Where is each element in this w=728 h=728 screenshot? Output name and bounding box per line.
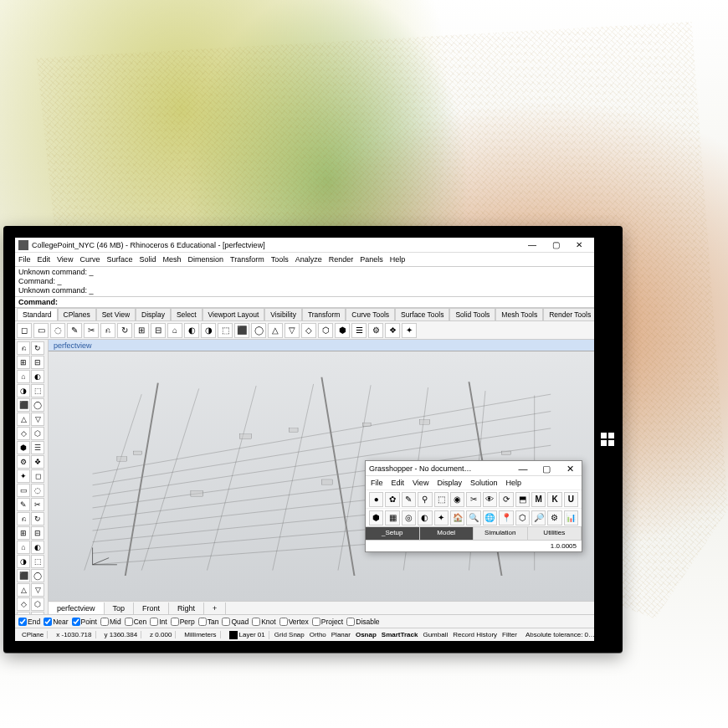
gh-menu-display[interactable]: Display	[437, 479, 462, 487]
tab-visibility[interactable]: Visibility	[264, 308, 302, 320]
toolbar-icon[interactable]: ⊞	[134, 323, 149, 338]
gh-icon[interactable]: 🔎	[531, 510, 546, 525]
gh-icon[interactable]: ✂	[466, 492, 480, 507]
palette-icon[interactable]: ◐	[31, 541, 44, 554]
tab-render-tools[interactable]: Render Tools	[543, 308, 594, 320]
status-toggle-planar[interactable]: Planar	[331, 631, 351, 638]
gh-close-button[interactable]: ✕	[558, 461, 582, 476]
grasshopper-titlebar[interactable]: Grasshopper - No document… — ▢ ✕	[366, 461, 582, 476]
gh-icon[interactable]: ⬒	[515, 492, 530, 507]
view-tab-right[interactable]: Right	[169, 602, 204, 614]
osnap-checkbox-perp[interactable]	[171, 618, 179, 626]
osnap-end[interactable]: End	[18, 618, 40, 626]
toolbar-icon[interactable]: ⬚	[218, 323, 233, 338]
palette-icon[interactable]: ⬢	[17, 441, 30, 454]
grasshopper-window[interactable]: Grasshopper - No document… — ▢ ✕ FileEdi…	[365, 460, 582, 552]
osnap-checkbox-knot[interactable]	[252, 618, 260, 626]
menu-edit[interactable]: Edit	[38, 255, 51, 264]
menu-analyze[interactable]: Analyze	[295, 255, 322, 264]
gh-icon[interactable]: ◎	[402, 510, 416, 525]
toolbar-icon[interactable]: ◐	[184, 323, 199, 338]
gh-menu-view[interactable]: View	[413, 479, 428, 487]
toolbar-icon[interactable]: ◑	[201, 323, 216, 338]
gh-minimize-button[interactable]: —	[511, 461, 535, 476]
osnap-checkbox-cen[interactable]	[125, 618, 133, 626]
osnap-near[interactable]: Near	[44, 618, 68, 626]
palette-icon[interactable]: ⎌	[17, 512, 30, 525]
palette-icon[interactable]: ⎌	[17, 341, 30, 355]
close-button[interactable]: ✕	[567, 238, 591, 252]
view-tab-+[interactable]: +	[204, 602, 226, 614]
gh-icon[interactable]: ⟳	[499, 492, 513, 507]
palette-icon[interactable]: ◇	[17, 597, 30, 611]
palette-icon[interactable]: ⌂	[17, 541, 30, 554]
osnap-checkbox-near[interactable]	[44, 618, 52, 626]
palette-icon[interactable]: ⊞	[17, 526, 30, 540]
gh-icon[interactable]: ⬢	[369, 510, 383, 525]
toolbar-icon[interactable]: △	[268, 323, 283, 338]
tab-viewport-layout[interactable]: Viewport Layout	[203, 308, 265, 320]
menu-file[interactable]: File	[18, 255, 31, 264]
viewport-canvas[interactable]: Grasshopper - No document… — ▢ ✕ FileEdi…	[49, 351, 594, 601]
toolbar-icon[interactable]: ☰	[351, 323, 367, 338]
palette-icon[interactable]: ⬛	[17, 398, 30, 412]
osnap-knot[interactable]: Knot	[252, 618, 276, 626]
view-tab-front[interactable]: Front	[134, 602, 169, 614]
osnap-disable[interactable]: Disable	[346, 618, 379, 626]
gh-cat-setup[interactable]: _Setup	[366, 527, 420, 540]
toolbar-icon[interactable]: ▭	[33, 323, 49, 338]
menu-dimension[interactable]: Dimension	[187, 255, 223, 264]
palette-icon[interactable]: ◇	[17, 427, 30, 440]
tab-transform[interactable]: Transform	[302, 308, 346, 320]
status-toggle-ortho[interactable]: Ortho	[310, 631, 326, 638]
menu-mesh[interactable]: Mesh	[162, 255, 181, 264]
tab-cplanes[interactable]: CPlanes	[58, 308, 96, 320]
status-toggle-gumball[interactable]: Gumball	[423, 631, 448, 638]
palette-icon[interactable]: ◌	[31, 484, 44, 497]
palette-icon[interactable]: ◐	[31, 370, 44, 383]
status-layer[interactable]: Layer 01	[226, 631, 269, 639]
status-toggle-grid-snap[interactable]: Grid Snap	[274, 631, 305, 638]
palette-icon[interactable]: ⬛	[17, 569, 30, 582]
osnap-checkbox-tan[interactable]	[198, 618, 207, 626]
toolbar-icon[interactable]: ⚙	[368, 323, 383, 338]
osnap-cen[interactable]: Cen	[125, 618, 147, 626]
menu-help[interactable]: Help	[390, 255, 406, 264]
gh-letter-m[interactable]: M	[531, 492, 546, 507]
toolbar-icon[interactable]: ✎	[67, 323, 82, 338]
palette-icon[interactable]: ⊟	[31, 356, 44, 369]
menu-solid[interactable]: Solid	[139, 255, 156, 264]
palette-icon[interactable]: ▽	[31, 413, 44, 426]
gh-menu-solution[interactable]: Solution	[470, 479, 498, 487]
toolbar-icon[interactable]: ◌	[50, 323, 65, 338]
palette-icon[interactable]: ▽	[31, 583, 44, 597]
tab-surface-tools[interactable]: Surface Tools	[395, 308, 449, 320]
gh-icon[interactable]: ⚲	[418, 492, 432, 507]
tab-display[interactable]: Display	[136, 308, 171, 320]
status-toggle-record-history[interactable]: Record History	[453, 631, 497, 638]
gh-icon[interactable]: ⚙	[547, 510, 561, 525]
tab-select[interactable]: Select	[171, 308, 203, 320]
status-toggle-osnap[interactable]: Osnap	[356, 631, 377, 638]
gh-icon[interactable]: ◉	[450, 492, 464, 507]
menu-curve[interactable]: Curve	[79, 255, 100, 264]
view-tab-perfectview[interactable]: perfectview	[49, 602, 105, 614]
toolbar-icon[interactable]: ❖	[385, 323, 400, 338]
tab-set-view[interactable]: Set View	[96, 308, 136, 320]
palette-icon[interactable]: △	[17, 583, 30, 597]
palette-icon[interactable]: ↻	[31, 512, 44, 525]
minimize-button[interactable]: —	[520, 238, 544, 252]
status-units[interactable]: Millimeters	[181, 631, 220, 638]
palette-icon[interactable]: ⌂	[17, 370, 30, 383]
toolbar-icon[interactable]: ◯	[251, 323, 266, 338]
palette-icon[interactable]: ✦	[17, 469, 30, 483]
palette-icon[interactable]: ⊞	[17, 356, 30, 369]
command-input[interactable]	[61, 298, 591, 306]
osnap-checkbox-project[interactable]	[312, 618, 320, 626]
menu-panels[interactable]: Panels	[360, 255, 383, 264]
osnap-project[interactable]: Project	[312, 618, 343, 626]
palette-icon[interactable]: ◯	[31, 569, 44, 582]
palette-icon[interactable]: ◯	[31, 398, 44, 412]
osnap-checkbox-point[interactable]	[72, 618, 80, 626]
command-line[interactable]: Command:	[15, 297, 594, 308]
